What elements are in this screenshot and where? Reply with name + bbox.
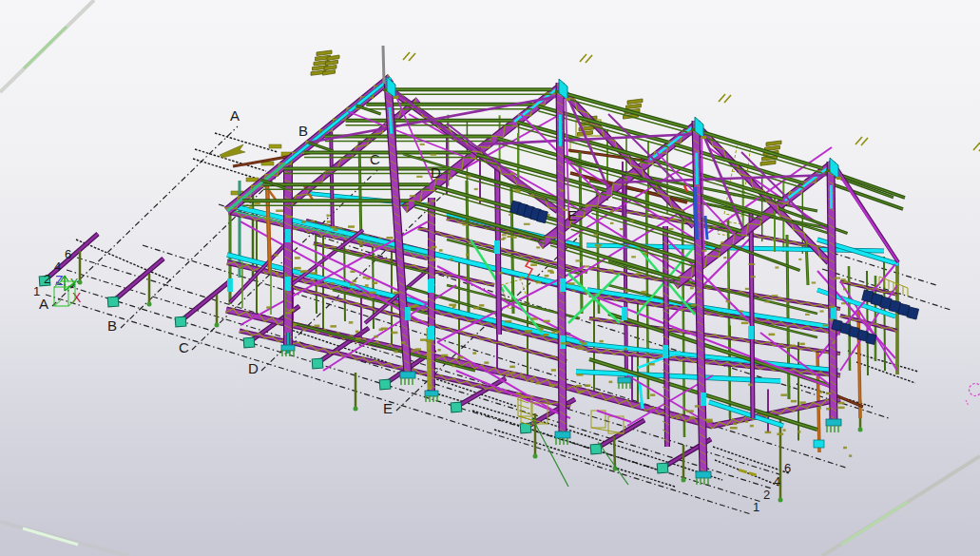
svg-text:1: 1 — [753, 500, 759, 514]
svg-text:A: A — [39, 296, 48, 312]
svg-text:2: 2 — [763, 488, 770, 502]
svg-text:4: 4 — [54, 259, 61, 274]
svg-text:D: D — [431, 164, 441, 181]
svg-text:A: A — [230, 107, 240, 124]
svg-text:C: C — [179, 339, 189, 355]
svg-text:Y: Y — [70, 277, 78, 290]
svg-text:1: 1 — [33, 284, 40, 298]
svg-text:6: 6 — [65, 247, 71, 261]
svg-text:2: 2 — [44, 272, 50, 286]
svg-text:X: X — [72, 290, 82, 305]
svg-text:6: 6 — [784, 461, 791, 475]
svg-text:D: D — [248, 360, 259, 376]
svg-text:4: 4 — [774, 474, 780, 489]
svg-text:B: B — [107, 317, 117, 334]
svg-text:B: B — [298, 123, 308, 139]
svg-text:E: E — [567, 207, 577, 223]
